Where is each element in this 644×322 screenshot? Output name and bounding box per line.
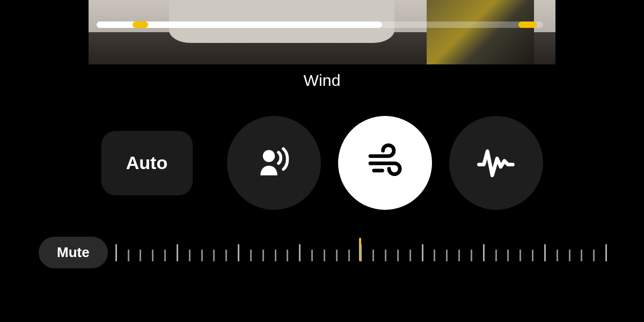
- slider-tick: [372, 250, 374, 261]
- slider-tick: [201, 250, 203, 261]
- slider-tick: [213, 250, 215, 261]
- slider-tick: [336, 250, 338, 261]
- slider-tick: [152, 250, 153, 261]
- slider-tick: [324, 250, 325, 261]
- slider-tick: [581, 250, 582, 261]
- slider-tick: [519, 250, 521, 261]
- slider-tick: [287, 250, 288, 261]
- noise-button[interactable]: [449, 116, 543, 210]
- wind-icon: [365, 143, 404, 184]
- slider-tick: [557, 250, 558, 261]
- timeline-marker-end[interactable]: [518, 21, 536, 28]
- slider-tick: [262, 250, 264, 261]
- slider-tick: [409, 250, 411, 261]
- auto-button[interactable]: Auto: [101, 131, 193, 195]
- slider-tick: [189, 250, 191, 261]
- slider-tick: [605, 244, 607, 261]
- audio-mode-row: Auto: [0, 116, 644, 210]
- slider-tick: [544, 244, 546, 261]
- slider-tick: [275, 250, 276, 261]
- timeline-marker-start[interactable]: [133, 21, 148, 28]
- slider-tick: [225, 250, 227, 261]
- slider-tick: [593, 250, 595, 261]
- slider-tick: [385, 250, 386, 261]
- slider-tick: [434, 250, 435, 261]
- timeline[interactable]: [97, 21, 543, 28]
- voice-isolation-button[interactable]: [227, 116, 321, 210]
- slider-tick: [360, 244, 362, 261]
- slider-tick: [299, 244, 301, 261]
- slider-tick: [483, 244, 485, 261]
- slider-tick: [128, 250, 129, 261]
- slider-tick: [311, 250, 313, 261]
- slider-tick: [348, 250, 350, 261]
- slider-tick: [177, 244, 178, 261]
- voice-isolation-icon: [254, 143, 293, 184]
- slider-tick: [140, 250, 141, 261]
- noise-icon: [477, 143, 515, 184]
- svg-point-0: [263, 150, 275, 162]
- slider-tick: [238, 244, 239, 261]
- slider-tick: [422, 244, 423, 261]
- slider-tick: [115, 244, 117, 261]
- mute-button[interactable]: Mute: [39, 237, 108, 268]
- slider-tick: [397, 250, 399, 261]
- wind-button[interactable]: [338, 116, 432, 210]
- slider-tick: [250, 250, 252, 261]
- slider-tick: [495, 250, 497, 261]
- audio-level-row: Mute: [39, 237, 605, 268]
- slider-tick: [164, 250, 166, 261]
- slider-tick: [446, 250, 448, 261]
- slider-tick: [569, 250, 570, 261]
- audio-mode-title: Wind: [0, 71, 644, 90]
- video-preview[interactable]: [89, 0, 555, 64]
- slider-tick: [458, 250, 460, 261]
- audio-level-slider[interactable]: [115, 241, 605, 265]
- slider-tick: [471, 250, 472, 261]
- slider-tick: [532, 250, 533, 261]
- slider-tick: [507, 250, 509, 261]
